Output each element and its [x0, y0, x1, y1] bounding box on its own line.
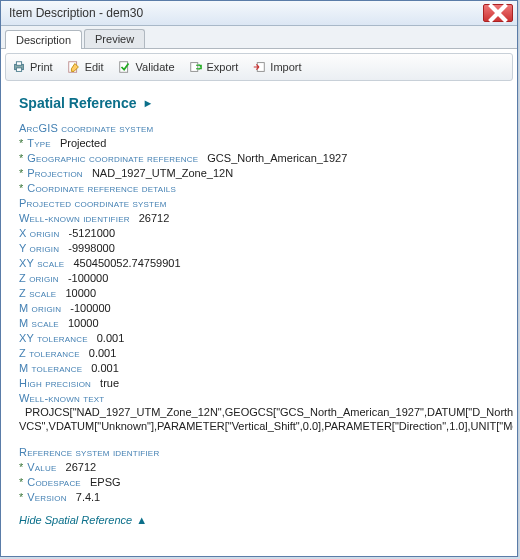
zscale-row: Z scale 10000: [19, 286, 499, 300]
gcr-value: GCS_North_American_1927: [207, 152, 347, 164]
toolbar: Print Edit Validate Export Import: [5, 53, 513, 81]
svg-rect-7: [190, 63, 197, 72]
rsi-heading: Reference system identifier: [19, 445, 499, 459]
window-title: Item Description - dem30: [9, 6, 143, 20]
rsi-codespace: EPSG: [90, 476, 121, 488]
rsi-value: 26712: [66, 461, 97, 473]
tabbar: Description Preview: [1, 26, 517, 49]
content: Print Edit Validate Export Import Spatia…: [1, 49, 517, 556]
arcgis-cs-heading: ArcGIS coordinate system: [19, 121, 499, 135]
xyscale-value: 450450052.74759901: [73, 257, 180, 269]
expand-arrow-icon: ►: [143, 97, 154, 109]
close-icon: [484, 0, 512, 27]
rsi-codespace-row: *Codespace EPSG: [19, 475, 499, 489]
collapse-arrow-icon: ▲: [136, 514, 147, 526]
tab-preview[interactable]: Preview: [84, 29, 145, 48]
import-label: Import: [270, 61, 301, 73]
type-value: Projected: [60, 137, 106, 149]
mscale-row: M scale 10000: [19, 316, 499, 330]
edit-label: Edit: [85, 61, 104, 73]
wkt-value: PROJCS["NAD_1927_UTM_Zone_12N",GEOGCS["G…: [19, 406, 513, 432]
close-button[interactable]: [483, 4, 513, 22]
wkid-row: Well-known identifier 26712: [19, 211, 499, 225]
section-header[interactable]: Spatial Reference ►: [19, 95, 499, 111]
hide-label: Hide Spatial Reference: [19, 514, 132, 526]
mscale-value: 10000: [68, 317, 99, 329]
morigin-row: M origin -100000: [19, 301, 499, 315]
xyscale-row: XY scale 450450052.74759901: [19, 256, 499, 270]
export-label: Export: [207, 61, 239, 73]
validate-button[interactable]: Validate: [118, 60, 175, 74]
xytol-value: 0.001: [97, 332, 125, 344]
projection-value: NAD_1927_UTM_Zone_12N: [92, 167, 233, 179]
wkid-value: 26712: [139, 212, 170, 224]
export-icon: [189, 60, 203, 74]
mtol-row: M tolerance 0.001: [19, 361, 499, 375]
import-icon: [252, 60, 266, 74]
print-button[interactable]: Print: [12, 60, 53, 74]
rsi-version: 7.4.1: [76, 491, 100, 503]
type-row: *Type Projected: [19, 136, 499, 150]
tab-description[interactable]: Description: [5, 30, 82, 49]
rsi-version-row: *Version 7.4.1: [19, 490, 499, 504]
titlebar: Item Description - dem30: [1, 1, 517, 26]
print-icon: [12, 60, 26, 74]
xorigin-value: -5121000: [69, 227, 116, 239]
scroll-area[interactable]: Spatial Reference ► ArcGIS coordinate sy…: [5, 87, 513, 552]
yorigin-row: Y origin -9998000: [19, 241, 499, 255]
svg-rect-4: [16, 68, 21, 72]
export-button[interactable]: Export: [189, 60, 239, 74]
morigin-value: -100000: [70, 302, 110, 314]
print-label: Print: [30, 61, 53, 73]
zorigin-row: Z origin -100000: [19, 271, 499, 285]
projection-row: *Projection NAD_1927_UTM_Zone_12N: [19, 166, 499, 180]
section-title-text: Spatial Reference: [19, 95, 137, 111]
svg-rect-3: [16, 62, 21, 66]
crd-row: *Coordinate reference details: [19, 181, 499, 195]
ztol-row: Z tolerance 0.001: [19, 346, 499, 360]
zorigin-value: -100000: [68, 272, 108, 284]
mtol-value: 0.001: [91, 362, 119, 374]
xorigin-row: X origin -5121000: [19, 226, 499, 240]
yorigin-value: -9998000: [68, 242, 115, 254]
wkt-row: Well-known text PROJCS["NAD_1927_UTM_Zon…: [19, 391, 499, 433]
hide-section-link[interactable]: Hide Spatial Reference ▲: [19, 514, 499, 526]
window: Item Description - dem30 Description Pre…: [0, 0, 518, 557]
edit-icon: [67, 60, 81, 74]
validate-icon: [118, 60, 132, 74]
import-button[interactable]: Import: [252, 60, 301, 74]
gcr-row: *Geographic coordinate reference GCS_Nor…: [19, 151, 499, 165]
highprec-value: true: [100, 377, 119, 389]
edit-button[interactable]: Edit: [67, 60, 104, 74]
xytol-row: XY tolerance 0.001: [19, 331, 499, 345]
highprec-row: High precision true: [19, 376, 499, 390]
zscale-value: 10000: [65, 287, 96, 299]
rsi-value-row: *Value 26712: [19, 460, 499, 474]
ztol-value: 0.001: [89, 347, 117, 359]
validate-label: Validate: [136, 61, 175, 73]
pcs-heading: Projected coordinate system: [19, 196, 499, 210]
